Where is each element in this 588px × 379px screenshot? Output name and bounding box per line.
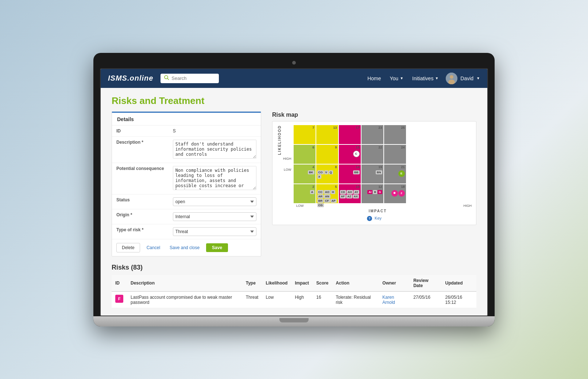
cancel-button[interactable]: Cancel <box>144 243 163 252</box>
origin-select[interactable]: Internal <box>173 212 256 221</box>
field-type-of-risk: Type of risk * Threat <box>112 224 261 239</box>
col-owner: Owner <box>379 275 410 291</box>
owner-link[interactable]: Karen Arnold <box>382 295 395 305</box>
laptop-base <box>93 316 495 326</box>
search-input[interactable] <box>171 76 215 81</box>
chevron-down-icon: ▼ <box>476 76 480 80</box>
risk-cell: 19 BN <box>361 165 383 183</box>
search-icon <box>164 75 169 82</box>
risk-cell: 4 BK <box>294 165 316 183</box>
risks-section: Risks (83) ID Description Type Likelihoo… <box>112 264 476 308</box>
risk-cell: 15 C <box>339 145 361 164</box>
risk-cell: 9 <box>316 145 338 164</box>
row-updated: 26/05/16 15:12 <box>441 291 476 308</box>
save-close-button[interactable]: Save and close <box>167 243 202 252</box>
save-button[interactable]: Save <box>206 243 228 252</box>
col-action: Action <box>332 275 379 291</box>
field-origin: Origin * Internal <box>112 209 261 224</box>
svg-point-3 <box>450 75 453 79</box>
risk-cell: 14 BB <box>339 165 361 183</box>
field-consequence-label: Potential consequence <box>112 163 169 194</box>
col-updated: Updated <box>441 275 476 291</box>
consequence-textarea[interactable]: Non compliance with policies leading to … <box>173 166 256 190</box>
row-owner: Karen Arnold <box>379 291 410 308</box>
y-axis-label: LIKELIHOOD <box>276 125 283 155</box>
field-description: Description * Staff don't understand inf… <box>112 136 261 163</box>
risk-item-B: B <box>373 190 377 194</box>
chevron-down-icon: ▼ <box>400 76 403 80</box>
risk-item-AX: AX <box>353 194 359 198</box>
navbar-links: Home You ▼ Initiatives ▼ <box>367 76 438 81</box>
risk-item-A: A <box>310 190 314 194</box>
risk-cell: 25 <box>384 125 406 144</box>
field-origin-label: Origin * <box>112 209 169 224</box>
risk-cell: 21 E <box>384 165 406 183</box>
table-header: ID Description Type Likelihood Impact Sc… <box>112 275 476 291</box>
risk-cell: 17 <box>339 125 361 144</box>
avatar <box>446 73 457 84</box>
main-content: Risks and Treatment Details ID S Descrip… <box>101 88 487 316</box>
type-select[interactable]: Threat <box>173 227 256 236</box>
laptop-hinge <box>279 318 309 322</box>
nav-you[interactable]: You ▼ <box>390 76 404 81</box>
risk-item-X: X <box>317 175 321 179</box>
nav-home[interactable]: Home <box>367 76 381 81</box>
risk-item-G: G <box>378 190 382 194</box>
risk-item-H: H <box>331 190 335 194</box>
risk-cell: 13 <box>316 125 338 144</box>
risk-item-AR: AR <box>317 194 324 198</box>
risk-item-BB: BB <box>353 170 360 174</box>
details-title: Details <box>112 113 261 125</box>
field-id-label: ID <box>112 125 169 137</box>
risk-item-AO: AO <box>324 190 330 194</box>
key-section[interactable]: ? Key <box>276 216 472 221</box>
risk-cell: 6 <box>294 145 316 164</box>
risk-cell: 8 CO V Q X <box>316 165 338 183</box>
col-score: Score <box>313 275 332 291</box>
risk-cell: 24 <box>384 145 406 164</box>
field-consequence: Potential consequence Non compliance wit… <box>112 163 261 194</box>
nav-initiatives[interactable]: Initiatives ▼ <box>412 76 438 81</box>
row-likelihood: Low <box>262 291 291 308</box>
row-score: 16 <box>313 291 332 308</box>
row-id: F <box>112 291 127 308</box>
status-select[interactable]: open <box>173 197 256 206</box>
delete-button[interactable]: Delete <box>116 243 140 252</box>
details-panel: Details ID S Description * Staff don't u… <box>112 112 261 256</box>
risk-item-BR: BR <box>317 199 324 203</box>
risk-item-C: C <box>353 151 360 157</box>
user-menu[interactable]: David ▼ <box>446 73 480 84</box>
col-type: Type <box>242 275 262 291</box>
row-description: LastPass account compromised due to weak… <box>127 291 242 308</box>
content-row: Details ID S Description * Staff don't u… <box>112 112 476 256</box>
risk-item-AN: AN <box>324 194 330 198</box>
risk-cell: 2 A <box>294 184 316 203</box>
field-status: Status open <box>112 194 261 209</box>
risk-item-AH: AH <box>347 190 353 194</box>
brand-logo: ISMS.online <box>108 74 153 82</box>
field-id: ID S <box>112 125 261 137</box>
user-name: David <box>460 76 473 81</box>
risk-item-BN: BN <box>376 170 382 174</box>
risk-cell: 7 <box>294 125 316 144</box>
y-levels: HIGH LOW <box>283 157 293 171</box>
col-review-date: Review Date <box>410 275 441 291</box>
page-title: Risks and Treatment <box>112 95 476 107</box>
field-id-value: S <box>169 125 261 137</box>
risk-item-AF: AF <box>340 194 346 198</box>
field-type-label: Type of risk * <box>112 224 169 239</box>
form-table: ID S Description * Staff don't understan… <box>112 125 261 239</box>
search-box[interactable] <box>160 74 219 83</box>
risk-cell: 22 <box>361 145 383 164</box>
x-axis-label: IMPACT <box>283 209 472 213</box>
risk-item-CF: CF <box>324 199 330 203</box>
risk-cell: 10 CD AH AY AF AZ AX <box>339 184 361 203</box>
risk-map-title: Risk map <box>272 112 476 118</box>
field-status-label: Status <box>112 194 169 209</box>
row-review-date: 27/05/16 <box>410 291 441 308</box>
description-textarea[interactable]: Staff don't understand information secur… <box>173 140 256 159</box>
risk-grid: 7 13 17 <box>294 125 473 203</box>
col-id: ID <box>112 275 127 291</box>
risk-item-AZ: AZ <box>346 194 352 198</box>
field-description-label: Description * <box>112 136 169 163</box>
